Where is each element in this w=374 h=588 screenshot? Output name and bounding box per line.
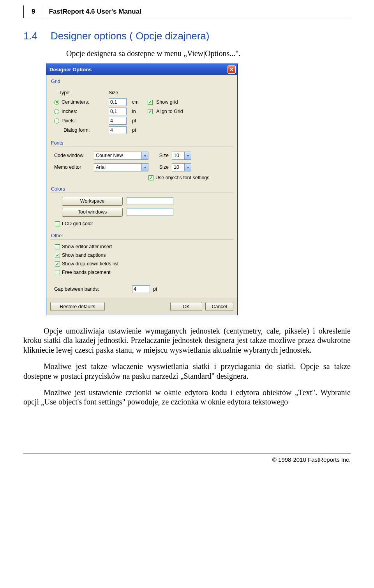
memo-font-combo[interactable]: Arial ▾ [94, 163, 148, 171]
paragraph: Opcje umozliwiaja ustawienie wymaganych … [23, 326, 351, 355]
memo-editor-label: Memo editor [50, 164, 94, 170]
group-grid-label: Grid [50, 77, 233, 84]
workspace-color-button[interactable]: Workspace [62, 197, 123, 206]
gap-value-input[interactable] [132, 285, 150, 293]
toolwindows-color-button[interactable]: Tool windows [62, 208, 123, 217]
radio-label: Inches: [62, 109, 77, 114]
in-value-input[interactable] [109, 108, 127, 115]
chevron-down-icon: ▾ [141, 152, 148, 159]
divider [50, 85, 233, 86]
memo-size-combo[interactable]: 10 ▾ [172, 163, 191, 171]
checkbox-show-editor[interactable]: Show editor after insert [55, 242, 233, 251]
checkbox-label: Show editor after insert [62, 244, 112, 249]
checkbox-show-band-captions[interactable]: Show band captions [55, 251, 233, 260]
checkbox-lcd-grid[interactable]: LCD grid color [55, 221, 93, 226]
unit-label: pt [132, 118, 148, 124]
checkbox-show-grid[interactable]: Show grid [148, 99, 233, 105]
section-title: Designer options ( Opcje dizajnera) [51, 30, 210, 42]
radio-centimeters[interactable]: Centimeters: [50, 99, 109, 105]
size-label: Size [148, 153, 172, 158]
manual-title: FastReport 4.6 User's Manual [49, 8, 141, 16]
checkbox-free-bands[interactable]: Free bands placement [55, 268, 233, 277]
radio-pixels[interactable]: Pixels: [50, 118, 109, 124]
group-fonts-label: Fonts [50, 139, 233, 146]
code-font-combo[interactable]: Courier New ▾ [94, 152, 148, 160]
grid-type-header: Type [50, 90, 109, 95]
toolwindows-color-swatch [127, 208, 173, 216]
paragraph: Mozliwe jest ustawienie czcionki w oknie… [23, 388, 351, 407]
checkbox-icon [55, 261, 60, 267]
checkbox-icon [148, 100, 153, 105]
workspace-color-swatch [127, 197, 173, 205]
size-label: Size [148, 164, 172, 170]
radio-label: Centimeters: [62, 99, 89, 105]
page-header: 9 FastReport 4.6 User's Manual [23, 5, 351, 18]
checkbox-show-dropdown-fields[interactable]: Show drop-down fields list [55, 260, 233, 268]
chevron-down-icon: ▾ [184, 152, 191, 159]
checkbox-icon [148, 109, 153, 114]
group-other-label: Other [50, 231, 233, 238]
radio-icon [54, 118, 59, 124]
grid-size-header: Size [109, 90, 132, 95]
checkbox-icon [55, 221, 60, 226]
checkbox-align-grid[interactable]: Align to Grid [148, 109, 233, 114]
dialog-titlebar[interactable]: Designer Options ✕ [46, 64, 237, 75]
unit-label: in [132, 109, 148, 114]
checkbox-icon [148, 175, 153, 180]
checkbox-label: Show drop-down fields list [62, 261, 118, 267]
section-number: 1.4 [23, 30, 51, 42]
dialog-title: Designer Options [49, 67, 228, 72]
designer-options-dialog: Designer Options ✕ Grid Type Size Centim… [46, 64, 238, 315]
unit-label: cm [132, 99, 148, 105]
section-heading: 1.4 Designer options ( Opcje dizajnera) [23, 30, 351, 42]
checkbox-label: Show grid [156, 99, 178, 105]
divider [50, 192, 233, 193]
radio-icon [54, 100, 59, 105]
unit-label: pt [153, 286, 157, 292]
checkbox-label: Align to Grid [156, 109, 183, 114]
close-icon[interactable]: ✕ [228, 65, 236, 74]
body-text: Opcje umozliwiaja ustawienie wymaganych … [23, 326, 351, 407]
dialog-form-label: Dialog form: [50, 127, 109, 133]
code-size-combo[interactable]: 10 ▾ [172, 152, 191, 160]
ok-button[interactable]: OK [170, 302, 202, 311]
unit-label: pt [132, 127, 148, 133]
checkbox-label: LCD grid color [62, 221, 93, 226]
gap-label: Gap between bands: [54, 286, 132, 292]
checkbox-icon [55, 270, 60, 275]
divider [50, 239, 233, 240]
page-footer: © 1998-2010 FastReports Inc. [23, 454, 351, 470]
code-window-label: Code window [50, 153, 94, 158]
checkbox-use-object-font[interactable]: Use object's font settings [148, 175, 210, 180]
section-intro: Opcje designera sa dostepne w menu „View… [66, 49, 351, 58]
radio-inches[interactable]: Inches: [50, 109, 109, 114]
cancel-button[interactable]: Cancel [205, 302, 233, 311]
dialogform-value-input[interactable] [109, 126, 127, 134]
divider [50, 147, 233, 147]
checkbox-label: Use object's font settings [155, 175, 210, 180]
pt-value-input[interactable] [109, 117, 127, 125]
checkbox-label: Show band captions [62, 253, 106, 258]
page-number: 9 [23, 5, 43, 18]
chevron-down-icon: ▾ [184, 164, 191, 171]
checkbox-label: Free bands placement [62, 270, 110, 275]
checkbox-icon [55, 253, 60, 258]
paragraph: Mozliwe jest takze wlaczenie wyswietlani… [23, 362, 351, 381]
dialog-button-bar: Restore defaults OK Cancel [46, 298, 237, 315]
group-colors-label: Colors [50, 185, 233, 192]
chevron-down-icon: ▾ [141, 164, 148, 171]
radio-icon [54, 109, 59, 114]
cm-value-input[interactable] [109, 98, 127, 106]
checkbox-icon [55, 244, 60, 249]
radio-label: Pixels: [62, 118, 76, 124]
restore-defaults-button[interactable]: Restore defaults [50, 302, 105, 311]
